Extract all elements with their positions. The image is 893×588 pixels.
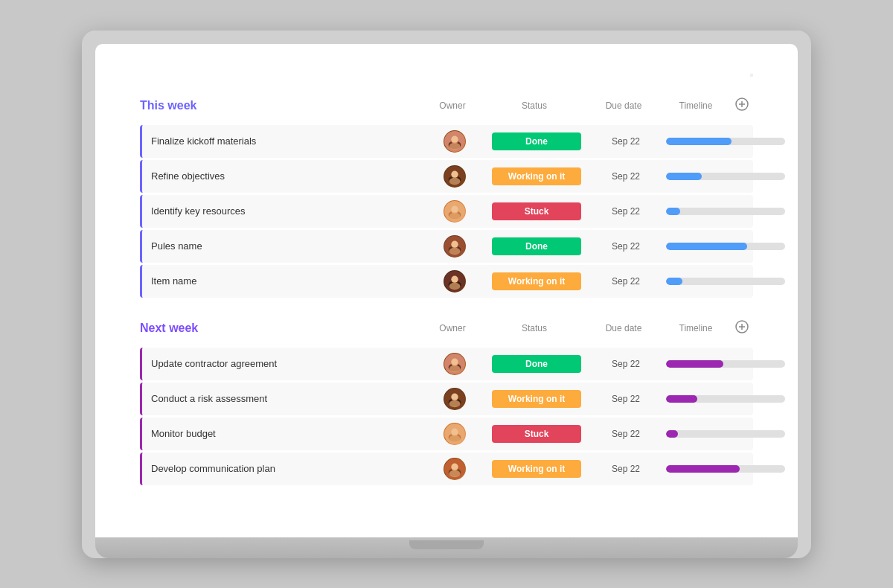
laptop-base: [95, 537, 798, 558]
owner-cell: [425, 353, 484, 375]
owner-cell: [425, 165, 484, 188]
timeline-track: [666, 360, 785, 368]
timeline-track: [666, 278, 785, 285]
status-cell[interactable]: Working on it: [484, 272, 589, 290]
status-badge: Working on it: [492, 390, 581, 408]
timeline-cell: [663, 360, 793, 368]
section-title-next-week: Next week: [140, 322, 423, 335]
timeline-track: [666, 465, 785, 473]
section-next-week: Next weekOwnerStatusDue dateTimelineUpda…: [140, 320, 753, 485]
svg-point-50: [449, 470, 461, 476]
status-cell[interactable]: Working on it: [484, 167, 589, 185]
due-date: Sep 22: [589, 206, 663, 217]
status-cell[interactable]: Stuck: [484, 425, 589, 443]
timeline-bar: [666, 360, 723, 368]
status-cell[interactable]: Stuck: [484, 202, 589, 220]
status-cell[interactable]: Done: [484, 132, 589, 150]
svg-point-27: [449, 282, 461, 289]
page-header: [140, 74, 753, 77]
svg-point-16: [451, 205, 458, 212]
item-name: Update contractor agreement: [142, 352, 425, 375]
more-options-button[interactable]: [750, 74, 753, 77]
owner-cell: [425, 458, 484, 480]
due-date: Sep 22: [589, 136, 663, 147]
sections-container: This weekOwnerStatusDue dateTimelineFina…: [140, 98, 753, 485]
section-header-this-week: This weekOwnerStatusDue dateTimeline: [140, 98, 753, 119]
svg-point-34: [451, 358, 458, 365]
due-date: Sep 22: [589, 171, 663, 182]
timeline-bar: [666, 430, 678, 438]
table-row[interactable]: Conduct a risk assessment Working on itS…: [140, 383, 753, 415]
svg-point-44: [451, 428, 458, 435]
table-row[interactable]: Pules name DoneSep 22: [140, 230, 753, 263]
timeline-bar: [666, 278, 682, 285]
timeline-cell: [663, 278, 793, 285]
table-row[interactable]: Refine objectives Working on itSep 22: [140, 160, 753, 193]
col-header-due: Due date: [586, 100, 661, 111]
svg-point-45: [449, 435, 461, 441]
col-header-timeline: Timeline: [661, 323, 731, 333]
section-header-next-week: Next weekOwnerStatusDue dateTimeline: [140, 320, 753, 342]
svg-point-11: [451, 170, 458, 177]
svg-point-17: [449, 212, 461, 219]
avatar: [444, 270, 466, 293]
owner-cell: [425, 270, 484, 293]
owner-cell: [425, 235, 484, 258]
timeline-track: [666, 243, 785, 250]
item-name: Monitor budget: [142, 422, 425, 445]
due-date: Sep 22: [589, 359, 663, 369]
col-header-timeline: Timeline: [661, 100, 731, 111]
col-header-owner: Owner: [423, 100, 482, 111]
col-header-status: Status: [482, 323, 586, 333]
timeline-bar: [666, 208, 680, 215]
timeline-bar: [666, 243, 747, 250]
section-this-week: This weekOwnerStatusDue dateTimelineFina…: [140, 98, 753, 298]
svg-point-7: [449, 142, 461, 149]
timeline-track: [666, 430, 785, 438]
svg-point-39: [451, 393, 458, 400]
avatar: [444, 165, 466, 188]
add-column-button[interactable]: [731, 98, 753, 115]
timeline-cell: [663, 465, 793, 473]
status-badge: Done: [492, 355, 581, 373]
owner-cell: [425, 200, 484, 223]
timeline-cell: [663, 138, 793, 145]
table-row[interactable]: Identify key resources StuckSep 22: [140, 195, 753, 228]
timeline-cell: [663, 243, 793, 250]
timeline-track: [666, 208, 785, 215]
svg-point-22: [449, 247, 461, 254]
table-row[interactable]: Finalize kickoff materials DoneSep 22: [140, 125, 753, 158]
status-cell[interactable]: Done: [484, 355, 589, 373]
table-row[interactable]: Update contractor agreement DoneSep 22: [140, 348, 753, 380]
timeline-track: [666, 395, 785, 403]
status-badge: Done: [492, 132, 581, 150]
add-column-button[interactable]: [731, 320, 753, 337]
status-badge: Working on it: [492, 272, 581, 290]
avatar: [444, 235, 466, 258]
timeline-track: [666, 173, 785, 180]
laptop-container: This weekOwnerStatusDue dateTimelineFina…: [82, 31, 811, 558]
table-row[interactable]: Develop communication plan Working on it…: [140, 453, 753, 485]
status-cell[interactable]: Done: [484, 237, 589, 255]
svg-point-26: [451, 275, 458, 282]
timeline-track: [666, 138, 785, 145]
status-cell[interactable]: Working on it: [484, 390, 589, 408]
col-header-status: Status: [482, 100, 586, 111]
due-date: Sep 22: [589, 394, 663, 404]
timeline-cell: [663, 173, 793, 180]
avatar: [444, 130, 466, 153]
avatar: [444, 388, 466, 410]
screen: This weekOwnerStatusDue dateTimelineFina…: [95, 44, 798, 537]
table-row[interactable]: Monitor budget StuckSep 22: [140, 418, 753, 450]
avatar: [444, 353, 466, 375]
status-cell[interactable]: Working on it: [484, 460, 589, 478]
svg-point-49: [451, 463, 458, 470]
status-badge: Stuck: [492, 425, 581, 443]
due-date: Sep 22: [589, 464, 663, 474]
owner-cell: [425, 130, 484, 153]
item-name: Finalize kickoff materials: [142, 130, 425, 153]
avatar: [444, 458, 466, 480]
status-badge: Done: [492, 237, 581, 255]
item-name: Pules name: [142, 234, 425, 258]
table-row[interactable]: Item name Working on itSep 22: [140, 265, 753, 298]
